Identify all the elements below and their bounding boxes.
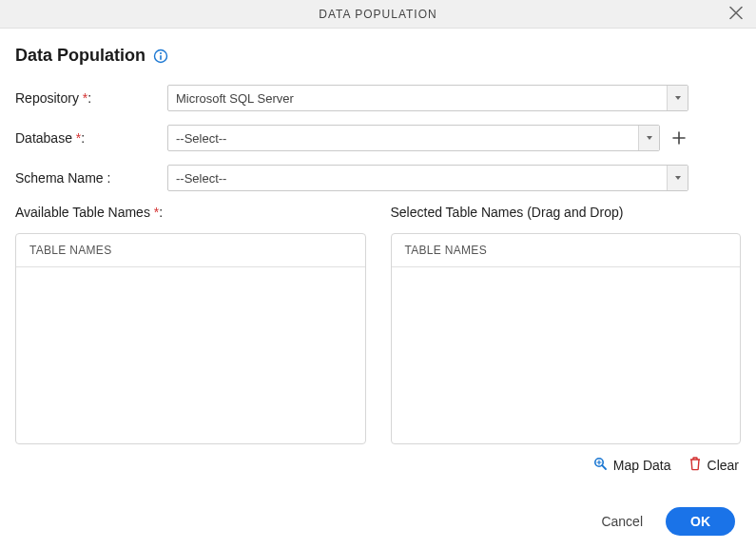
tables-section: Available Table Names *: TABLE NAMES Sel… xyxy=(15,205,741,474)
selected-tables-label: Selected Table Names (Drag and Drop) xyxy=(391,205,742,220)
trash-icon xyxy=(688,456,702,474)
chevron-down-icon xyxy=(638,126,659,150)
database-row: Database *: --Select-- xyxy=(15,125,741,151)
repository-select[interactable]: Microsoft SQL Server xyxy=(167,85,688,111)
clear-button[interactable]: Clear xyxy=(688,456,739,474)
map-data-button[interactable]: Map Data xyxy=(592,456,671,474)
dialog-content: Data Population Repository *: Microsoft … xyxy=(0,29,756,485)
schema-value: --Select-- xyxy=(168,166,667,190)
dialog-header: DATA POPULATION xyxy=(0,0,756,29)
schema-row: Schema Name : --Select-- xyxy=(15,165,741,191)
close-icon xyxy=(729,6,743,19)
map-data-icon xyxy=(592,456,608,474)
available-tables-label: Available Table Names *: xyxy=(15,205,366,220)
add-database-button[interactable] xyxy=(669,128,688,147)
database-value: --Select-- xyxy=(168,126,638,150)
available-tables-box[interactable]: TABLE NAMES xyxy=(15,233,366,444)
dialog-footer: Cancel OK xyxy=(0,494,756,549)
repository-row: Repository *: Microsoft SQL Server xyxy=(15,85,741,111)
dialog-title: DATA POPULATION xyxy=(319,8,436,21)
database-label: Database *: xyxy=(15,130,167,146)
schema-select[interactable]: --Select-- xyxy=(167,165,688,191)
schema-label: Schema Name : xyxy=(15,170,167,186)
close-button[interactable] xyxy=(726,2,746,26)
table-actions-row: Map Data Clear xyxy=(391,456,742,474)
database-select[interactable]: --Select-- xyxy=(167,125,660,151)
cancel-button[interactable]: Cancel xyxy=(601,514,643,529)
repository-label: Repository *: xyxy=(15,90,167,106)
chevron-down-icon xyxy=(667,86,688,110)
selected-tables-box[interactable]: TABLE NAMES xyxy=(391,233,742,444)
available-tables-column: Available Table Names *: TABLE NAMES xyxy=(15,205,366,474)
chevron-down-icon xyxy=(667,166,688,190)
page-title-row: Data Population xyxy=(15,46,741,66)
plus-icon xyxy=(671,130,687,146)
selected-tables-header: TABLE NAMES xyxy=(392,234,741,267)
info-icon[interactable] xyxy=(153,49,168,64)
selected-tables-column: Selected Table Names (Drag and Drop) TAB… xyxy=(391,205,742,474)
svg-rect-2 xyxy=(160,55,162,60)
ok-button[interactable]: OK xyxy=(666,507,735,536)
svg-point-1 xyxy=(160,52,162,54)
page-title: Data Population xyxy=(15,46,145,66)
repository-value: Microsoft SQL Server xyxy=(168,86,667,110)
available-tables-header: TABLE NAMES xyxy=(16,234,365,267)
